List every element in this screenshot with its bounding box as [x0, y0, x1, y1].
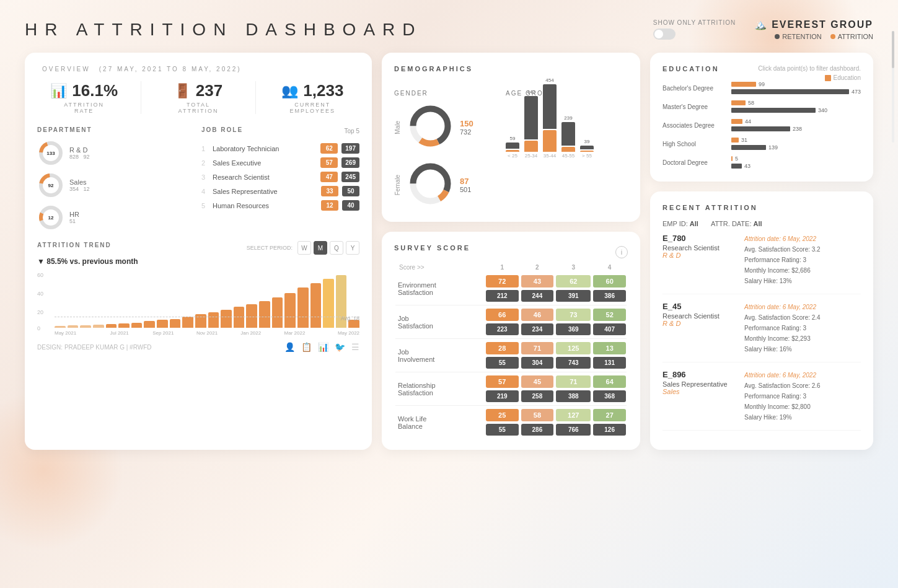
select-period-label: SELECT PERIOD: — [247, 245, 293, 251]
survey-row-rel-sat: RelationshipSatisfaction 57 45 71 64 — [395, 375, 627, 388]
overview-label: OVERVIEW (27 May, 2021 to 8 May, 2022) — [37, 65, 359, 72]
attrition-rate-value: 16.1% — [72, 81, 118, 100]
age-orange-bar — [543, 130, 557, 152]
dashboard-title: HR ATTRITION DASHBOARD — [25, 20, 423, 40]
trend-vs: ▼ 85.5% vs. previous month — [37, 257, 359, 266]
y-axis: 60 40 20 0 — [37, 272, 50, 334]
period-q[interactable]: Q — [330, 241, 343, 255]
edu-dark-bar — [731, 145, 766, 150]
attrition-toggle[interactable] — [653, 29, 676, 40]
age-orange-bar — [506, 150, 519, 152]
click-hint: Click data point(s) to filter dashboard. — [758, 65, 861, 72]
gender-female: Female 87 50 — [394, 160, 493, 209]
twitter-icon[interactable]: 🐦 — [335, 342, 345, 352]
age-dark-bar — [543, 84, 557, 129]
department-label: DEPARTMENT — [37, 126, 195, 133]
bar — [80, 325, 91, 328]
bar — [195, 314, 206, 328]
age-group-section: AGE GROUP 59 < 25 — [506, 90, 628, 209]
total-attrition-value: 237 — [196, 81, 222, 100]
bar — [157, 320, 168, 328]
gender-section: GENDER Male — [394, 90, 493, 209]
user-icon[interactable]: 👤 — [284, 342, 295, 352]
header-controls: SHOW ONLY ATTRITION 🏔️ EVEREST GROUP RET… — [653, 19, 873, 40]
edu-dark-bar — [731, 89, 849, 94]
age-col-gt55: 39 > 55 — [580, 139, 594, 159]
attr-item-e45: E_45 Research Scientist R & D Attrition … — [662, 302, 861, 362]
edu-dark-bar — [731, 126, 790, 131]
age-bars: 59 < 25 442 25-34 — [506, 103, 628, 159]
bar — [118, 323, 130, 328]
attr-details-e780: Attrition date: 6 May, 2022 Avg. Satisfa… — [744, 234, 821, 286]
recent-attrition-card: RECENT ATTRITION EMP ID: All ATTR. DATE:… — [650, 191, 873, 450]
age-dark-bar — [524, 96, 538, 139]
attr-details-e896: Attrition date: 6 May, 2022 Avg. Satisfa… — [744, 370, 821, 423]
period-y[interactable]: Y — [346, 241, 359, 255]
bar — [131, 323, 143, 328]
legend: RETENTION ATTRITION — [775, 33, 873, 40]
period-select: SELECT PERIOD: W M Q Y — [247, 241, 359, 255]
current-employees-value: 1,233 — [303, 81, 343, 100]
dept-job-row: DEPARTMENT 133 R & D 828 92 — [37, 126, 359, 231]
attr-person-e780: E_780 Research Scientist R & D — [662, 234, 737, 286]
bar — [55, 326, 66, 328]
survey-row-job-inv: JobInvolvement 28 71 125 13 — [395, 341, 627, 355]
survey-score-label: SURVEY SCORE — [394, 244, 470, 252]
gender-male: Male 150 732 — [394, 103, 493, 152]
education-label: EDUCATION — [662, 65, 720, 72]
bar — [208, 312, 219, 328]
bar — [284, 293, 296, 328]
edu-dark-bar — [731, 164, 742, 169]
edu-orange-bar — [731, 100, 746, 105]
dept-rd: 133 R & D 828 92 — [37, 139, 195, 167]
survey-score-card: SURVEY SCORE i Score >> 1 2 3 4 — [382, 232, 640, 450]
overview-card: OVERVIEW (27 May, 2021 to 8 May, 2022) 📊… — [25, 53, 372, 450]
legend-attrition: ATTRITION — [830, 33, 873, 40]
job-row-1: 1 Laboratory Technician 62 197 — [201, 143, 359, 154]
attr-date-label: ATTR. DATE: All — [711, 220, 762, 227]
attr-item-e896: E_896 Sales Representative Sales Attriti… — [662, 370, 861, 431]
main-grid: OVERVIEW (27 May, 2021 to 8 May, 2022) 📊… — [25, 53, 873, 450]
dept-hr-donut: 12 — [37, 204, 64, 231]
attrition-rate-stat: 📊 16.1% ATTRITIONRATE — [37, 81, 131, 114]
job-role-label: JOB ROLE — [201, 126, 243, 133]
edu-legend: Education — [758, 74, 861, 81]
current-employees-stat: 👥 1,233 CURRENTEMPLOYEES — [266, 81, 359, 114]
age-col-3544: 454 35-44 — [543, 77, 557, 159]
bar — [323, 279, 334, 328]
age-orange-bar — [561, 147, 575, 152]
edu-header: EDUCATION Click data point(s) to filter … — [662, 65, 861, 81]
gender-female-vals: 87 501 — [460, 177, 471, 193]
show-attrition-control: SHOW ONLY ATTRITION — [653, 19, 736, 40]
top5-label: Top 5 — [345, 128, 359, 134]
logo-text: EVEREST GROUP — [772, 19, 873, 30]
demographics-card: DEMOGRAPHICS GENDER Male — [382, 53, 640, 222]
attr-person-e896: E_896 Sales Representative Sales — [662, 370, 737, 423]
edu-highschool: High School 31 139 — [662, 137, 861, 151]
period-m[interactable]: M — [314, 241, 327, 255]
table-icon[interactable]: 📋 — [301, 342, 312, 352]
survey-info-icon[interactable]: i — [615, 246, 628, 258]
bar — [221, 310, 232, 328]
edu-legend-orange — [825, 75, 831, 81]
bar — [310, 283, 322, 328]
demographics-inner: GENDER Male — [394, 90, 628, 209]
footer-icons: 👤 📋 📊 🐦 ☰ — [284, 342, 359, 352]
survey-header-row: Score >> 1 2 3 4 — [395, 261, 627, 273]
logo-icon: 🏔️ — [754, 19, 768, 30]
dept-rd-donut: 133 — [37, 139, 64, 167]
bar — [68, 325, 79, 328]
total-attrition-stat: 🚪 237 TOTALATTRITION — [151, 81, 245, 114]
recent-attrition-label: RECENT ATTRITION — [662, 204, 861, 211]
job-role-table: 1 Laboratory Technician 62 197 2 Sales E… — [201, 143, 359, 211]
age-chart: 59 < 25 442 25-34 — [506, 103, 628, 159]
legend-retention: RETENTION — [775, 33, 822, 40]
menu-icon[interactable]: ☰ — [351, 342, 359, 352]
total-attrition-label: TOTALATTRITION — [178, 102, 219, 114]
scrollbar-thumb — [892, 31, 894, 68]
chart-icon[interactable]: 📊 — [318, 342, 328, 352]
emp-id-label: EMP ID: All — [662, 220, 698, 227]
survey-row-env: EnvironmentSatisfaction 72 43 62 60 — [395, 274, 627, 288]
period-w[interactable]: W — [297, 241, 311, 255]
bars-container — [55, 272, 359, 328]
